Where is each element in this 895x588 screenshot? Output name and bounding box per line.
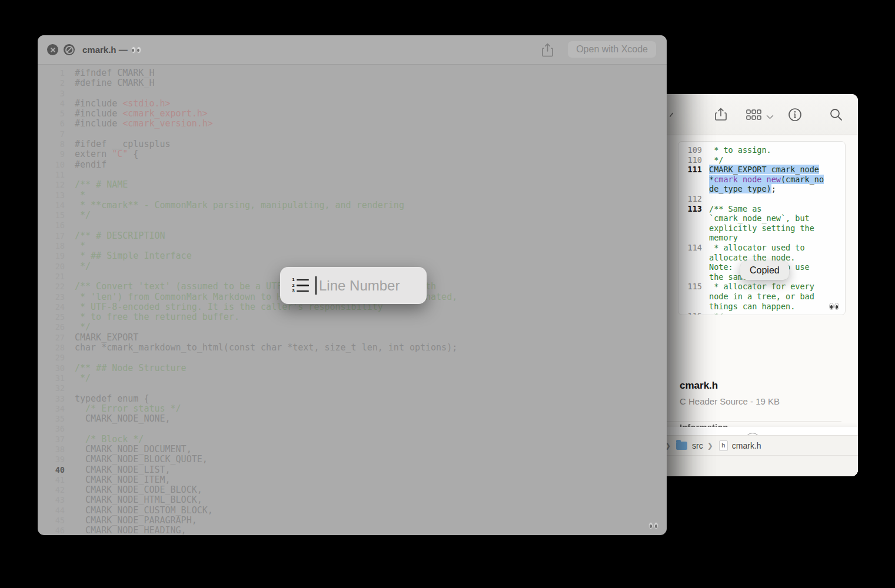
path-bar: ❯ src ❯ h cmark.h: [647, 435, 858, 456]
close-button[interactable]: [47, 44, 58, 55]
preview-line: 110 */: [682, 155, 845, 165]
window-title: cmark.h —: [82, 45, 141, 55]
code-line: 32: [38, 383, 667, 393]
chevron-right-icon: ❯: [707, 442, 713, 450]
eyes-emoji-icon: [829, 303, 839, 310]
quicklook-titlebar: cmark.h — Open with Xcode: [38, 35, 667, 65]
code-line: 39 CMARK_NODE_BLOCK_QUOTE,: [38, 455, 667, 465]
preview-line: 109 * to assign.: [682, 145, 845, 155]
info-button[interactable]: [787, 107, 803, 122]
code-line: 40 CMARK_NODE_LIST,: [38, 465, 667, 475]
info-icon: [788, 108, 802, 122]
code-line: 14 * **cmark** - CommonMark parsing, man…: [38, 201, 667, 211]
header-file-icon: h: [719, 440, 728, 451]
code-line: 28char *cmark_markdown_to_html(const cha…: [38, 343, 667, 353]
text-caret: [315, 276, 317, 295]
copied-toast: Copied: [740, 261, 789, 280]
preview-line: 114 * allocator used to: [682, 243, 845, 253]
code-line: 33typedef enum {: [38, 394, 667, 404]
preview-line: `cmark_node_new`, but: [682, 213, 845, 223]
code-line: 2#define CMARK_H: [38, 78, 667, 88]
information-section-label: Information: [680, 422, 728, 427]
code-line: 13 *: [38, 191, 667, 201]
preview-line: 111CMARK_EXPORT cmark_node: [682, 165, 845, 175]
search-button[interactable]: [829, 107, 844, 122]
eyes-emoji-icon: [131, 46, 141, 54]
file-name: cmark.h: [680, 380, 718, 392]
status-bar: ble: [647, 455, 858, 476]
code-line: 35 CMARK_NODE_NONE,: [38, 414, 667, 424]
code-line: 36: [38, 424, 667, 434]
code-line: 8#ifdef __cplusplus: [38, 139, 667, 149]
code-line: 19 * ## Simple Interface: [38, 251, 667, 261]
preview-line: explicitly setting the: [682, 223, 845, 233]
share-icon: [541, 42, 554, 58]
code-line: 30/** ## Node Structure: [38, 363, 667, 373]
share-icon: [714, 108, 727, 122]
open-with-xcode-button[interactable]: Open with Xcode: [568, 41, 656, 58]
preview-line: 112: [682, 194, 845, 204]
code-line: 18 *: [38, 241, 667, 251]
code-line: 29: [38, 353, 667, 363]
code-line: 11: [38, 170, 667, 180]
numbered-list-icon: 1 2 3: [292, 278, 309, 293]
preview-line: things can happen.: [682, 302, 845, 312]
preview-line: node in a tree, or bad: [682, 292, 845, 302]
code-line: 10#endif: [38, 160, 667, 170]
breadcrumb-folder[interactable]: src: [692, 441, 703, 450]
code-line: 42 CMARK_NODE_CODE_BLOCK,: [38, 485, 667, 495]
code-line: 17/** # DESCRIPTION: [38, 231, 667, 241]
code-line: 38 CMARK_NODE_DOCUMENT,: [38, 445, 667, 455]
code-line: 5#include <cmark_export.h>: [38, 109, 667, 119]
code-line: 7: [38, 129, 667, 139]
code-line: 41 CMARK_NODE_ITEM,: [38, 475, 667, 485]
code-line: 6#include <cmark_version.h>: [38, 119, 667, 129]
preview-line: *cmark_node_new(cmark_no: [682, 175, 845, 185]
code-line: 16: [38, 220, 667, 230]
finder-window: 109 * to assign.110 */111CMARK_EXPORT cm…: [647, 94, 858, 476]
code-line: 31 */: [38, 373, 667, 383]
code-line: 3: [38, 89, 667, 99]
code-line: 25 * to free the returned buffer.: [38, 312, 667, 322]
code-line: 12/** # NAME: [38, 180, 667, 190]
share-button[interactable]: [541, 42, 554, 60]
folder-icon: [676, 442, 687, 450]
file-meta: C Header Source - 19 KB: [680, 396, 780, 406]
code-line: 4#include <stdio.h>: [38, 99, 667, 109]
code-line: 26 */: [38, 322, 667, 332]
preview-line: 113/** Same as: [682, 204, 845, 214]
code-line: 46 CMARK_NODE_HEADING,: [38, 526, 667, 535]
search-icon: [829, 108, 843, 122]
preview-line: memory: [682, 233, 845, 243]
chevron-down-icon[interactable]: [767, 112, 773, 119]
share-button[interactable]: [713, 107, 728, 122]
divider: [664, 421, 841, 422]
preview-line: 115 * allocator for every: [682, 282, 845, 292]
view-options-button[interactable]: [746, 107, 761, 122]
breadcrumb-file[interactable]: cmark.h: [732, 441, 761, 450]
code-line: 15 */: [38, 211, 667, 220]
code-line: 44 CMARK_NODE_CUSTOM_BLOCK,: [38, 506, 667, 516]
prohibit-button[interactable]: [64, 44, 75, 55]
code-line: 43 CMARK_NODE_HTML_BLOCK,: [38, 495, 667, 505]
finder-preview-pane: 109 * to assign.110 */111CMARK_EXPORT cm…: [647, 135, 858, 435]
line-number-dialog[interactable]: 1 2 3 Line Number: [280, 267, 427, 304]
desktop: 109 * to assign.110 */111CMARK_EXPORT cm…: [0, 0, 895, 588]
finder-toolbar: [647, 94, 858, 135]
line-number-input[interactable]: Line Number: [319, 278, 400, 294]
code-line: 9extern "C" {: [38, 149, 667, 159]
preview-line: de_type type);: [682, 184, 845, 194]
grid-view-icon: [746, 109, 761, 121]
preview-line: 116 */: [682, 311, 845, 315]
file-preview[interactable]: 109 * to assign.110 */111CMARK_EXPORT cm…: [678, 141, 846, 315]
code-line: 27CMARK_EXPORT: [38, 333, 667, 343]
code-line: 34 /* Error status */: [38, 404, 667, 414]
code-line: 37 /* Block */: [38, 435, 667, 445]
code-line: 45 CMARK_NODE_PARAGRAPH,: [38, 516, 667, 526]
code-line: 1#ifndef CMARK_H: [38, 68, 667, 78]
eyes-emoji-icon: [648, 522, 658, 529]
